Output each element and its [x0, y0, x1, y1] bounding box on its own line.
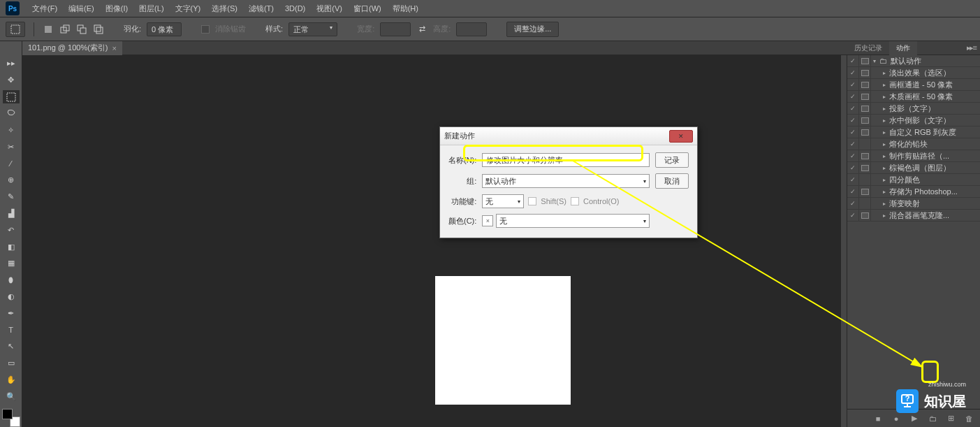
type-tool[interactable]: T	[3, 323, 20, 337]
check-icon[interactable]: ✓	[847, 79, 859, 91]
expand-icon[interactable]: ▸	[881, 82, 888, 88]
lasso-tool[interactable]	[3, 106, 20, 120]
action-row[interactable]: ✓▸棕褐色调（图层）	[847, 162, 980, 174]
crop-tool[interactable]: ✂	[3, 140, 20, 154]
menu-filter[interactable]: 滤镜(T)	[243, 1, 279, 17]
feather-input[interactable]: 0 像素	[147, 22, 182, 36]
hand-tool[interactable]: ✋	[3, 373, 20, 387]
check-icon[interactable]: ✓	[847, 162, 859, 174]
toggle-dialog-icon[interactable]	[859, 79, 871, 91]
action-row[interactable]: ✓▸制作剪贴路径（...	[847, 150, 980, 162]
check-icon[interactable]: ✓	[847, 198, 859, 210]
action-row[interactable]: ✓▸画框通道 - 50 像素	[847, 79, 980, 91]
check-icon[interactable]: ✓	[847, 174, 859, 186]
menu-layer[interactable]: 图层(L)	[133, 1, 169, 17]
action-row[interactable]: ✓▸混合器画笔克隆...	[847, 210, 980, 222]
toggle-dialog-icon[interactable]	[859, 91, 871, 103]
record-button[interactable]: ●	[891, 413, 902, 424]
blur-tool[interactable]: ⬮	[3, 273, 20, 287]
action-row[interactable]: ✓▸四分颜色	[847, 174, 980, 186]
check-icon[interactable]: ✓	[847, 115, 859, 126]
document-canvas[interactable]	[435, 276, 571, 405]
pen-tool[interactable]: ✒	[3, 306, 20, 320]
toggle-dialog-icon[interactable]	[859, 55, 871, 67]
expand-icon[interactable]: ▸	[881, 129, 888, 136]
record-button[interactable]: 记录	[655, 152, 689, 168]
foreground-color[interactable]	[2, 409, 13, 419]
toggle-dialog-icon[interactable]	[859, 174, 871, 186]
shape-tool[interactable]: ▭	[3, 356, 20, 370]
panel-dock-strip[interactable]	[840, 55, 847, 427]
name-input[interactable]	[482, 153, 650, 167]
history-brush-tool[interactable]: ↶	[3, 223, 20, 237]
expand-icon[interactable]: ▸	[881, 201, 888, 207]
toggle-dialog-icon[interactable]	[859, 103, 871, 115]
new-selection-icon[interactable]	[43, 24, 54, 35]
marquee-tool-icon[interactable]	[6, 22, 25, 37]
check-icon[interactable]: ✓	[847, 210, 859, 222]
expand-icon[interactable]: ▸	[881, 177, 888, 183]
check-icon[interactable]: ✓	[847, 103, 859, 115]
expand-icon[interactable]: ▸	[881, 212, 888, 219]
color-select[interactable]: 无▾	[496, 214, 650, 228]
dialog-titlebar[interactable]: 新建动作 ✕	[440, 127, 697, 145]
toggle-dialog-icon[interactable]	[859, 126, 871, 138]
color-swatches[interactable]	[2, 409, 20, 427]
action-row[interactable]: ✓▸自定义 RGB 到灰度	[847, 126, 980, 138]
action-row[interactable]: ✓▸木质画框 - 50 像素	[847, 91, 980, 103]
menu-help[interactable]: 帮助(H)	[387, 1, 424, 17]
delete-button[interactable]: 🗑	[963, 413, 974, 424]
cancel-button[interactable]: 取消	[655, 173, 689, 189]
dialog-close-button[interactable]: ✕	[669, 130, 693, 143]
expand-icon[interactable]: ▸	[881, 165, 888, 171]
dodge-tool[interactable]: ◐	[3, 290, 20, 304]
path-tool[interactable]: ↖	[3, 340, 20, 354]
action-row[interactable]: ✓▸熔化的铅块	[847, 138, 980, 150]
expand-icon[interactable]: ▸	[881, 189, 888, 195]
toggle-dialog-icon[interactable]	[859, 150, 871, 162]
toggle-dialog-icon[interactable]	[859, 186, 871, 198]
add-selection-icon[interactable]	[59, 24, 71, 35]
subtract-selection-icon[interactable]	[76, 24, 87, 35]
toggle-dialog-icon[interactable]	[859, 67, 871, 79]
eraser-tool[interactable]: ◧	[3, 240, 20, 254]
eyedropper-tool[interactable]: ⁄	[3, 157, 20, 171]
gradient-tool[interactable]: ▦	[3, 256, 20, 270]
actions-list[interactable]: ✓ ▾ 🗀 默认动作 ✓▸淡出效果（选区）✓▸画框通道 - 50 像素✓▸木质画…	[847, 55, 980, 427]
check-icon[interactable]: ✓	[847, 91, 859, 103]
document-tab[interactable]: 101.png @ 100%(索引) ×	[22, 41, 122, 55]
action-row[interactable]: ✓▸渐变映射	[847, 198, 980, 210]
toggle-dialog-icon[interactable]	[859, 138, 871, 150]
menu-type[interactable]: 文字(Y)	[170, 1, 207, 17]
set-select[interactable]: 默认动作▾	[482, 174, 650, 188]
wand-tool[interactable]: ✧	[3, 123, 20, 137]
toggle-dialog-icon[interactable]	[859, 198, 871, 210]
intersect-selection-icon[interactable]	[93, 24, 104, 35]
menu-window[interactable]: 窗口(W)	[348, 1, 387, 17]
canvas-area[interactable]	[22, 55, 840, 427]
zoom-tool[interactable]: 🔍	[3, 390, 20, 404]
expand-icon[interactable]: ▸	[881, 153, 888, 159]
menu-image[interactable]: 图像(I)	[100, 1, 133, 17]
toggle-dialog-icon[interactable]	[859, 115, 871, 126]
toggle-dialog-icon[interactable]	[859, 210, 871, 222]
action-row[interactable]: ✓▸水中倒影（文字）	[847, 115, 980, 126]
tab-actions[interactable]: 动作	[889, 41, 917, 55]
new-action-button[interactable]: ⊞	[945, 413, 956, 424]
menu-edit[interactable]: 编辑(E)	[63, 1, 100, 17]
action-row[interactable]: ✓▸淡出效果（选区）	[847, 67, 980, 79]
expand-icon[interactable]: ▾	[871, 58, 878, 64]
check-icon[interactable]: ✓	[847, 55, 859, 67]
refine-edge-button[interactable]: 调整边缘...	[506, 22, 559, 37]
check-icon[interactable]: ✓	[847, 126, 859, 138]
toggle-dialog-icon[interactable]	[859, 162, 871, 174]
collapse-icon[interactable]: ▸▸	[3, 57, 20, 71]
expand-icon[interactable]: ▸	[881, 94, 888, 100]
check-icon[interactable]: ✓	[847, 186, 859, 198]
action-row[interactable]: ✓▸投影（文字）	[847, 103, 980, 115]
close-tab-icon[interactable]: ×	[112, 44, 117, 52]
stop-button[interactable]: ■	[872, 413, 884, 424]
heal-tool[interactable]: ⊕	[3, 173, 20, 187]
tab-history[interactable]: 历史记录	[847, 41, 889, 55]
marquee-tool[interactable]	[3, 90, 20, 104]
